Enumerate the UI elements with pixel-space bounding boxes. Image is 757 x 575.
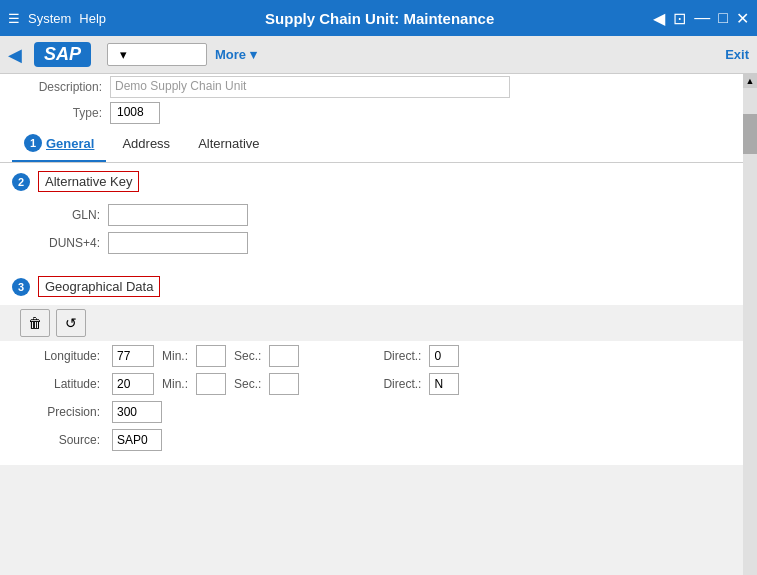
- main-scroll-area[interactable]: Description: Demo Supply Chain Unit Type…: [0, 74, 743, 575]
- nav-back-button[interactable]: ◀: [8, 44, 22, 66]
- type-input[interactable]: 1008: [110, 102, 160, 124]
- tab-general-label: General: [46, 136, 94, 151]
- type-row: Type: 1008: [0, 100, 743, 126]
- source-label: Source:: [20, 433, 100, 447]
- title-bar: ☰ System Help Supply Chain Unit: Mainten…: [0, 0, 757, 36]
- more-arrow-icon: ▾: [250, 47, 257, 62]
- duns4-row: DUNS+4:: [20, 232, 723, 254]
- latitude-row: Latitude: Min.: Sec.: Direct.:: [20, 373, 723, 395]
- back-icon[interactable]: ◀: [653, 9, 665, 28]
- description-value: Demo Supply Chain Unit: [110, 76, 510, 98]
- longitude-sec-input[interactable]: [269, 345, 299, 367]
- description-label: Description:: [12, 80, 102, 94]
- duns4-label: DUNS+4:: [20, 236, 100, 250]
- latitude-dir-label: Direct.:: [383, 377, 421, 391]
- longitude-row: Longitude: Min.: Sec.: Direct.:: [20, 345, 723, 367]
- precision-label: Precision:: [20, 405, 100, 419]
- geographical-data-section-header: 3 Geographical Data: [0, 268, 743, 305]
- alternative-key-fields: GLN: DUNS+4:: [0, 200, 743, 268]
- duns4-input[interactable]: [108, 232, 248, 254]
- latitude-value-input[interactable]: [112, 373, 154, 395]
- longitude-sec-label: Sec.:: [234, 349, 261, 363]
- source-row: Source:: [20, 429, 723, 451]
- alternative-key-section-header: 2 Alternative Key: [0, 163, 743, 200]
- description-row: Description: Demo Supply Chain Unit: [0, 74, 743, 100]
- close-icon[interactable]: ✕: [736, 9, 749, 28]
- tabs-container: 1 General Address Alternative: [0, 126, 743, 163]
- system-menu[interactable]: System: [28, 11, 71, 26]
- content-wrapper: Description: Demo Supply Chain Unit Type…: [0, 74, 757, 575]
- restore-icon[interactable]: ⊡: [673, 9, 686, 28]
- scroll-up-icon: ▲: [746, 76, 755, 86]
- sap-logo: SAP: [34, 42, 91, 67]
- tab-general-number: 1: [24, 134, 42, 152]
- geographical-data-number: 3: [12, 278, 30, 296]
- tab-alternative-label: Alternative: [198, 136, 259, 151]
- gln-label: GLN:: [20, 208, 100, 222]
- more-label: More: [215, 47, 246, 62]
- type-label: Type:: [12, 106, 102, 120]
- latitude-label: Latitude:: [20, 377, 100, 391]
- help-menu[interactable]: Help: [79, 11, 106, 26]
- tab-address[interactable]: Address: [110, 128, 182, 161]
- refresh-icon: ↺: [65, 315, 77, 331]
- geographical-data-title: Geographical Data: [38, 276, 160, 297]
- longitude-dir-input[interactable]: [429, 345, 459, 367]
- latitude-sec-label: Sec.:: [234, 377, 261, 391]
- more-button[interactable]: More ▾: [215, 47, 257, 62]
- alternative-key-number: 2: [12, 173, 30, 191]
- longitude-label: Longitude:: [20, 349, 100, 363]
- toolbar-dropdown[interactable]: ▾: [107, 43, 207, 66]
- geo-fields: Longitude: Min.: Sec.: Direct.: Latitude…: [0, 341, 743, 465]
- refresh-button[interactable]: ↺: [56, 309, 86, 337]
- latitude-sec-input[interactable]: [269, 373, 299, 395]
- gln-input[interactable]: [108, 204, 248, 226]
- delete-icon: 🗑: [28, 315, 42, 331]
- source-input[interactable]: [112, 429, 162, 451]
- tab-alternative[interactable]: Alternative: [186, 128, 271, 161]
- exit-button[interactable]: Exit: [725, 47, 749, 62]
- maximize-icon[interactable]: □: [718, 9, 728, 27]
- scrollbar-track[interactable]: ▲ ▼: [743, 74, 757, 575]
- precision-input[interactable]: [112, 401, 162, 423]
- longitude-value-input[interactable]: [112, 345, 154, 367]
- hamburger-icon[interactable]: ☰: [8, 11, 20, 26]
- dropdown-arrow-icon: ▾: [120, 47, 127, 62]
- latitude-min-label: Min.:: [162, 377, 188, 391]
- tab-address-label: Address: [122, 136, 170, 151]
- longitude-min-label: Min.:: [162, 349, 188, 363]
- tab-general[interactable]: 1 General: [12, 126, 106, 162]
- scroll-up-button[interactable]: ▲: [743, 74, 757, 88]
- gln-row: GLN:: [20, 204, 723, 226]
- longitude-dir-label: Direct.:: [383, 349, 421, 363]
- latitude-dir-input[interactable]: [429, 373, 459, 395]
- alternative-key-title: Alternative Key: [38, 171, 139, 192]
- precision-row: Precision:: [20, 401, 723, 423]
- delete-button[interactable]: 🗑: [20, 309, 50, 337]
- longitude-min-input[interactable]: [196, 345, 226, 367]
- window-title: Supply Chain Unit: Maintenance: [114, 10, 645, 27]
- minimize-icon[interactable]: —: [694, 9, 710, 27]
- toolbar: ◀ SAP ▾ More ▾ Exit: [0, 36, 757, 74]
- scroll-thumb[interactable]: [743, 114, 757, 154]
- latitude-min-input[interactable]: [196, 373, 226, 395]
- geo-toolbar: 🗑 ↺: [0, 305, 743, 341]
